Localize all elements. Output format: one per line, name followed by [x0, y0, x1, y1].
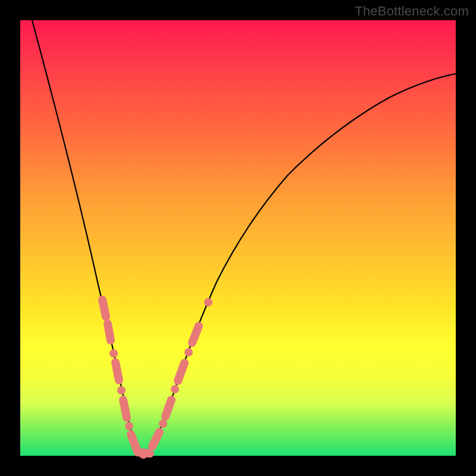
marker-cluster-right: [152, 298, 212, 446]
marker: [159, 419, 167, 428]
watermark-text: TheBottleneck.com: [355, 4, 469, 19]
marker: [139, 450, 148, 459]
marker: [115, 362, 119, 380]
marker: [165, 400, 171, 416]
marker: [184, 348, 193, 356]
curve-right-branch: [143, 74, 456, 455]
marker: [192, 326, 199, 343]
bottleneck-curve: [20, 20, 456, 456]
marker: [108, 324, 111, 340]
marker: [178, 363, 184, 381]
marker-cluster-left: [102, 300, 137, 450]
marker: [109, 349, 118, 358]
marker: [117, 386, 126, 394]
marker: [131, 434, 137, 450]
chart-frame: TheBottleneck.com: [0, 0, 476, 476]
marker: [204, 298, 212, 306]
marker-cluster-bottom: [137, 450, 150, 459]
marker: [152, 432, 159, 446]
plot-area: [20, 20, 456, 456]
curve-left-branch: [32, 20, 143, 455]
marker: [125, 422, 133, 430]
marker: [102, 300, 106, 317]
marker: [123, 400, 127, 418]
marker: [171, 385, 179, 393]
